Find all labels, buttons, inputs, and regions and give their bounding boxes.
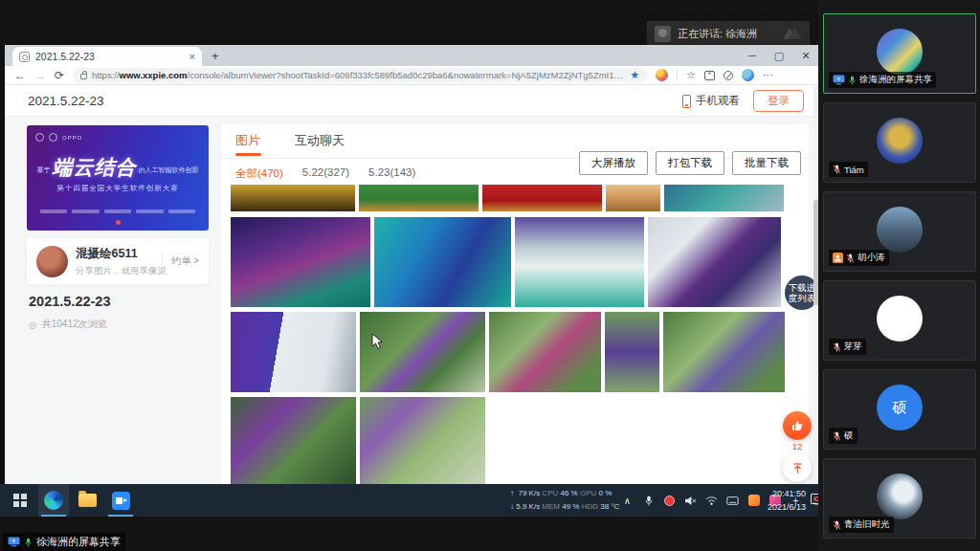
participants-sidebar: 徐海洲的屏幕共享Tiám胡小涛芽芽硕硕青油旧时光 (818, 0, 980, 551)
participant-avatar: 硕 (877, 385, 923, 430)
photo-row (231, 217, 781, 307)
taskbar-meeting-button[interactable] (105, 484, 136, 517)
photo-stage-backdrop[interactable] (231, 217, 370, 307)
address-bar[interactable]: https://www.xxpie.com/console/albumViewe… (73, 68, 647, 82)
page-title: 2021.5.22-23 (28, 94, 104, 108)
photo-tree-banners[interactable] (231, 397, 356, 484)
edge-icon (44, 491, 63, 510)
taskbar-clock[interactable]: 20:41:50 2021/6/13 (756, 487, 806, 514)
photo-pastries[interactable] (606, 185, 660, 211)
participant-name: 青油旧时光 (844, 518, 890, 531)
mic-muted-icon (833, 164, 841, 175)
toolbar-divider (677, 70, 678, 81)
tray-mic-icon[interactable] (641, 494, 656, 508)
new-tab-button[interactable]: + (212, 49, 219, 63)
participant-name: 硕 (844, 430, 854, 442)
photo-path-flags[interactable] (360, 312, 485, 392)
filter-day1[interactable]: 5.22(327) (302, 166, 349, 181)
file-explorer-icon (78, 494, 97, 507)
profile-avatar[interactable] (742, 69, 754, 81)
participant-tile[interactable]: 青油旧时光 (823, 458, 976, 539)
photo-hall-banners[interactable] (648, 217, 781, 307)
taskbar-explorer-button[interactable] (73, 484, 101, 517)
screen-share-overlay: 徐海洲的屏幕共享 (3, 533, 125, 551)
photo-row (231, 397, 485, 484)
window-minimize-button[interactable]: ─ (739, 45, 766, 66)
favorites-star-icon[interactable]: ☆ (686, 70, 696, 80)
participant-label: 徐海洲的屏幕共享 (829, 72, 936, 88)
album-date: 2021.5.22-23 (29, 294, 110, 309)
booking-link[interactable]: 约单 > (162, 252, 199, 271)
host-badge-icon (833, 253, 843, 264)
taskbar-active-indicator (108, 515, 133, 517)
photo-green-cans[interactable] (359, 185, 479, 211)
participant-label: 硕 (829, 428, 858, 444)
browser-toolbar: ← → ⟳ https://www.xxpie.com/console/albu… (5, 66, 819, 85)
participant-tile[interactable]: Tiám (823, 102, 976, 183)
photo-flag-stands[interactable] (489, 312, 601, 392)
photo-flags-closeup[interactable] (605, 312, 659, 392)
banner-prefix: 基于 (37, 166, 51, 173)
collections-icon[interactable] (704, 71, 715, 80)
photo-row (231, 185, 784, 211)
bookmark-star-icon[interactable]: ★ (630, 69, 639, 81)
participant-tile[interactable]: 硕硕 (823, 369, 976, 450)
photo-cola-cans[interactable] (482, 185, 602, 211)
like-button[interactable] (783, 411, 812, 440)
photo-schedule-board[interactable] (231, 312, 356, 392)
refresh-button[interactable]: ⟳ (55, 70, 64, 81)
batch-download-button[interactable]: 批量下载 (732, 151, 801, 175)
participant-tile[interactable]: 徐海洲的屏幕共享 (823, 13, 976, 94)
tray-volume-muted-icon[interactable] (683, 494, 698, 508)
filter-day2[interactable]: 5.23(143) (368, 166, 415, 181)
browser-tab[interactable]: 2021.5.22-23 × (12, 47, 202, 66)
extension-icon[interactable] (656, 69, 668, 81)
tab-chat[interactable]: 互动聊天 (295, 132, 345, 149)
photo-gift-bags-row[interactable] (515, 217, 644, 307)
tab-title: 2021.5.22-23 (35, 51, 184, 62)
back-button[interactable]: ← (14, 70, 26, 81)
start-button[interactable] (6, 484, 34, 517)
photo-road-flags-2[interactable] (360, 397, 485, 484)
mic-muted-icon (833, 430, 841, 442)
photo-banana-tray[interactable] (231, 185, 355, 211)
tray-expand-icon[interactable]: ∧ (620, 494, 635, 508)
speaking-banner: 正在讲话: 徐海洲 (647, 21, 810, 46)
banner-brand: OPPO (62, 135, 82, 141)
window-close-button[interactable]: ✕ (792, 45, 819, 66)
photo-staff-with-bags[interactable] (664, 185, 784, 211)
participant-avatar (877, 118, 923, 164)
carousel-dot[interactable] (116, 220, 121, 225)
like-count: 12 (783, 441, 812, 452)
views-icon: ◎ (29, 320, 37, 330)
clock-time: 20:41:50 (756, 487, 806, 500)
tray-network-icon[interactable] (704, 494, 719, 508)
tracking-prevention-icon[interactable] (724, 71, 733, 80)
fullscreen-play-button[interactable]: 大屏播放 (579, 151, 648, 175)
tab-photos[interactable]: 图片 (235, 132, 260, 149)
participant-tile[interactable]: 芽芽 (823, 280, 976, 361)
participant-avatar (877, 474, 923, 519)
album-cover-banner[interactable]: OPPO 基于端云结合的人工智能软件创新 第十四届全国大学生软件创新大赛 (27, 125, 209, 231)
participant-tile[interactable]: 胡小涛 (823, 191, 976, 272)
windows-start-icon (13, 494, 27, 507)
tab-close-icon[interactable]: × (189, 52, 195, 62)
package-download-button[interactable]: 打包下载 (656, 151, 724, 175)
mic-on-icon (24, 537, 33, 548)
back-to-top-button[interactable] (783, 453, 812, 482)
participant-label: Tiám (829, 162, 868, 177)
photo-roadside-flags[interactable] (663, 312, 785, 392)
tray-record-icon[interactable] (662, 494, 677, 508)
tray-keyboard-icon[interactable] (725, 494, 740, 508)
phone-icon (682, 95, 691, 108)
taskbar-active-indicator (41, 515, 66, 517)
photo-lanyards-table[interactable] (374, 217, 511, 307)
mobile-view-button[interactable]: 手机观看 (682, 94, 740, 108)
login-button[interactable]: 登录 (753, 90, 804, 112)
filter-all[interactable]: 全部(470) (235, 166, 283, 181)
banner-suffix: 的人工智能软件创新 (139, 166, 199, 173)
window-maximize-button[interactable]: ▢ (766, 45, 792, 66)
taskbar-edge-button[interactable] (38, 484, 69, 517)
more-menu-icon[interactable]: ⋯ (763, 70, 773, 80)
meeting-app-icon (112, 492, 130, 510)
